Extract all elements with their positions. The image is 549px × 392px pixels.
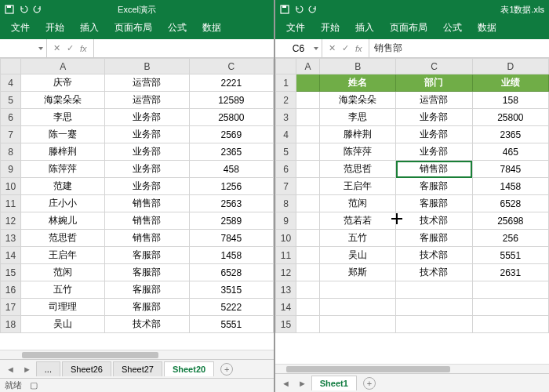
cell[interactable] [472, 316, 548, 333]
row-header[interactable]: 5 [1, 92, 21, 109]
row-header[interactable]: 12 [1, 212, 21, 230]
cell[interactable]: 2569 [189, 126, 273, 143]
row-header[interactable]: 9 [1, 161, 21, 178]
cell[interactable]: 25698 [472, 212, 548, 230]
cell[interactable] [296, 143, 320, 161]
cell[interactable] [320, 299, 396, 316]
col-header[interactable]: C [396, 59, 472, 74]
cell[interactable]: 销售部 [396, 161, 472, 178]
tab-nav-prev[interactable]: ◄ [3, 365, 18, 374]
cell[interactable]: 25800 [189, 109, 273, 126]
cell[interactable]: 7845 [472, 161, 548, 178]
sheet-tab[interactable]: Sheet20 [164, 361, 214, 376]
cell[interactable]: 司理理 [21, 299, 105, 316]
row-header[interactable]: 13 [1, 230, 21, 247]
sheet-tab[interactable]: Sheet1 [311, 376, 357, 390]
ribbon-tab[interactable]: 插入 [72, 17, 107, 39]
formula-input[interactable] [94, 39, 274, 57]
cell[interactable]: 海棠朵朵 [21, 92, 105, 109]
tab-nav-prev[interactable]: ◄ [278, 379, 293, 388]
cell[interactable]: 465 [472, 143, 548, 161]
redo-icon[interactable] [308, 5, 318, 14]
ribbon-tab[interactable]: 公式 [160, 17, 195, 39]
cell[interactable] [296, 316, 320, 333]
ribbon-tab[interactable]: 开始 [38, 17, 72, 39]
cell[interactable]: 客服部 [105, 247, 189, 264]
grid-left[interactable]: ABC4庆帝运营部22215海棠朵朵运营部125896李思业务部258007陈一… [0, 58, 274, 350]
cell[interactable]: 范闲 [21, 264, 105, 281]
cell[interactable]: 5551 [472, 247, 548, 264]
ribbon-tab[interactable]: 公式 [435, 17, 470, 39]
cell[interactable]: 6528 [472, 195, 548, 212]
ribbon-tab[interactable]: 页面布局 [382, 17, 435, 39]
cell[interactable]: 业务部 [105, 143, 189, 161]
cell[interactable]: 6528 [189, 264, 273, 281]
select-all[interactable] [1, 59, 21, 74]
fx-icon[interactable]: fx [80, 44, 87, 53]
row-header[interactable]: 14 [1, 247, 21, 264]
cell[interactable]: 2365 [189, 143, 273, 161]
cell[interactable]: 销售部 [105, 212, 189, 230]
formula-input[interactable]: 销售部 [369, 39, 549, 57]
cell[interactable]: 客服部 [105, 281, 189, 299]
scrollbar-h-left[interactable] [0, 350, 274, 359]
cell[interactable]: 256 [472, 230, 548, 247]
cell[interactable]: 2631 [472, 264, 548, 281]
cell[interactable]: 范建 [21, 178, 105, 195]
cell[interactable]: 运营部 [105, 92, 189, 109]
cell[interactable] [296, 212, 320, 230]
add-sheet-button[interactable]: + [363, 377, 376, 390]
grid-right[interactable]: ABCD1姓名部门业绩2海棠朵朵运营部1583李思业务部258004滕梓荆业务部… [275, 58, 549, 364]
row-header[interactable]: 15 [1, 264, 21, 281]
cell[interactable] [320, 281, 396, 299]
col-header[interactable]: A [296, 59, 320, 74]
row-header[interactable]: 8 [1, 143, 21, 161]
row-header[interactable]: 11 [276, 247, 296, 264]
row-header[interactable]: 18 [1, 316, 21, 333]
ribbon-tab[interactable]: 插入 [347, 17, 382, 39]
cell[interactable]: 1458 [189, 247, 273, 264]
ribbon-tab[interactable]: 文件 [3, 17, 38, 39]
cell[interactable]: 李思 [21, 109, 105, 126]
ribbon-tab[interactable]: 文件 [278, 17, 313, 39]
row-header[interactable]: 16 [1, 281, 21, 299]
col-header[interactable]: B [320, 59, 396, 74]
cell[interactable]: 158 [472, 92, 548, 109]
tab-nav-next[interactable]: ► [295, 379, 310, 388]
cell[interactable]: 业务部 [396, 143, 472, 161]
cell[interactable]: 范闲 [320, 195, 396, 212]
cell[interactable] [296, 247, 320, 264]
cell[interactable]: 12589 [189, 92, 273, 109]
cell[interactable]: 五竹 [320, 230, 396, 247]
cell[interactable] [320, 316, 396, 333]
cell[interactable]: 客服部 [396, 195, 472, 212]
ribbon-tab[interactable]: 页面布局 [107, 17, 160, 39]
cell[interactable]: 客服部 [396, 178, 472, 195]
cell[interactable]: 业务部 [105, 161, 189, 178]
cell[interactable]: 陈一蹇 [21, 126, 105, 143]
cell[interactable]: 林婉儿 [21, 212, 105, 230]
undo-icon[interactable] [294, 5, 304, 14]
cell[interactable] [472, 299, 548, 316]
cell[interactable] [296, 299, 320, 316]
name-box[interactable] [0, 39, 47, 57]
cell[interactable] [296, 161, 320, 178]
row-header[interactable]: 6 [1, 109, 21, 126]
cell[interactable]: 1256 [189, 178, 273, 195]
cell[interactable] [296, 230, 320, 247]
row-header[interactable]: 4 [1, 74, 21, 92]
cell[interactable]: 3515 [189, 281, 273, 299]
row-header[interactable]: 11 [1, 195, 21, 212]
cell[interactable] [396, 281, 472, 299]
cell[interactable]: 郑斯 [320, 264, 396, 281]
cell[interactable] [296, 281, 320, 299]
row-header[interactable]: 3 [276, 109, 296, 126]
sheet-tab[interactable]: Sheet27 [113, 361, 162, 376]
cell[interactable]: 技术部 [396, 212, 472, 230]
row-header[interactable]: 6 [276, 161, 296, 178]
row-header[interactable]: 7 [1, 126, 21, 143]
select-all[interactable] [276, 59, 296, 74]
col-header[interactable]: B [105, 59, 189, 74]
cancel-icon[interactable]: ✕ [329, 43, 336, 53]
cell[interactable]: 2563 [189, 195, 273, 212]
